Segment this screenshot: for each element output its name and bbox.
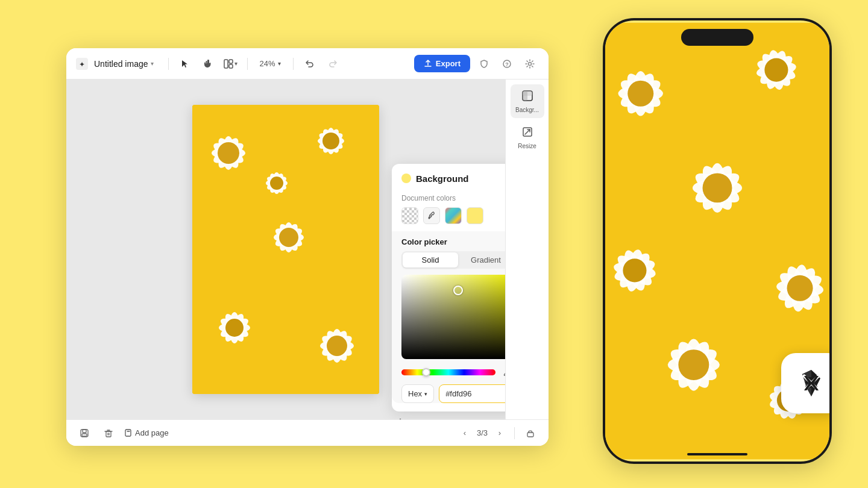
export-icon	[424, 60, 432, 68]
cursor-icon-svg	[398, 417, 417, 419]
phone-mockup	[603, 18, 832, 464]
pan-tool-button[interactable]	[199, 55, 217, 73]
yellow-swatch[interactable]	[467, 207, 483, 224]
svg-rect-3	[229, 60, 233, 63]
eyedropper-icon	[427, 211, 436, 220]
add-page-button[interactable]: Add page	[124, 428, 169, 437]
trash-icon	[104, 429, 113, 437]
layout-tool-button[interactable]: ▾	[222, 55, 240, 73]
panel-header: Background ✕	[392, 164, 505, 192]
background-panel: Background ✕ Document colors	[392, 164, 505, 411]
svg-point-23	[322, 133, 339, 149]
zoom-control[interactable]: 24% ▾	[255, 57, 286, 70]
solid-gradient-tabs: Solid Gradient	[401, 251, 505, 269]
hue-slider-row	[401, 365, 505, 380]
undo-button[interactable]	[301, 55, 319, 73]
app-logo-icon: ✦	[76, 58, 88, 70]
redo-button[interactable]	[324, 55, 342, 73]
canvas-flowers-svg	[192, 105, 379, 394]
svg-point-112	[678, 349, 709, 380]
hex-input-row: Hex ▾	[401, 384, 505, 403]
bottom-bar: Add page ‹ 3/3 ›	[66, 419, 549, 446]
help-icon: ?	[502, 59, 512, 69]
svg-rect-2	[224, 60, 228, 68]
lock-button[interactable]	[522, 425, 539, 442]
save-button[interactable]	[76, 425, 93, 442]
svg-point-105	[787, 275, 813, 301]
sidebar-item-resize-label: Resize	[518, 143, 536, 149]
undo-icon	[305, 59, 315, 69]
svg-point-44	[327, 336, 347, 356]
save-icon	[80, 429, 89, 437]
svg-rect-61	[82, 434, 87, 436]
hue-slider[interactable]	[401, 369, 495, 375]
eyedropper-swatch[interactable]	[423, 207, 440, 224]
right-sidebar: Backgr... Resize	[505, 80, 549, 419]
svg-point-84	[764, 58, 788, 82]
svg-point-77	[627, 81, 653, 107]
canvas-area[interactable]: Background ✕ Document colors	[66, 80, 505, 419]
color-gradient-box[interactable]	[401, 275, 505, 359]
svg-rect-4	[229, 64, 233, 68]
prev-page-button[interactable]: ‹	[458, 426, 472, 440]
toolbar: ✦ Untitled image ▾ ▾	[66, 48, 549, 80]
page-divider	[514, 427, 515, 439]
page-indicator: 3/3	[477, 428, 488, 437]
svg-point-16	[218, 142, 239, 164]
svg-rect-62	[106, 431, 111, 437]
svg-point-7	[529, 62, 532, 65]
svg-rect-60	[83, 430, 86, 433]
panel-close-button[interactable]: ✕	[503, 172, 505, 184]
gradient-swatch[interactable]	[445, 207, 462, 224]
svg-point-37	[225, 319, 244, 337]
svg-text:✦: ✦	[79, 60, 85, 69]
delete-button[interactable]	[100, 425, 117, 442]
hex-chevron: ▾	[424, 391, 427, 397]
hex-input[interactable]	[439, 384, 505, 403]
panel-color-dot	[401, 174, 411, 183]
editor-window: ✦ Untitled image ▾ ▾	[66, 48, 549, 446]
lock-icon	[526, 429, 535, 437]
transparent-swatch[interactable]	[401, 207, 418, 224]
svg-text:?: ?	[505, 61, 509, 67]
sidebar-item-background-label: Backgr...	[515, 107, 539, 113]
svg-point-98	[623, 258, 646, 282]
redo-icon	[328, 59, 338, 69]
export-button[interactable]: Export	[414, 55, 470, 72]
shield-button[interactable]	[475, 55, 493, 73]
toolbar-divider-2	[247, 58, 248, 70]
sidebar-item-resize[interactable]: Resize	[511, 120, 544, 154]
hue-eyedropper-button[interactable]	[500, 365, 505, 380]
svg-point-30	[279, 228, 298, 247]
document-title[interactable]: Untitled image ▾	[94, 59, 154, 69]
svg-point-51	[270, 177, 283, 190]
bg-icon-svg	[521, 90, 533, 102]
toolbar-divider-1	[168, 58, 169, 70]
doc-colors-row	[392, 207, 505, 231]
svg-point-91	[703, 173, 732, 202]
select-tool-button[interactable]	[176, 55, 194, 73]
hue-thumb	[422, 368, 430, 377]
hex-select[interactable]: Hex ▾	[401, 384, 434, 403]
svg-rect-69	[527, 433, 533, 437]
color-picker-label: Color picker	[392, 231, 505, 251]
solid-tab[interactable]: Solid	[403, 252, 458, 267]
title-chevron: ▾	[151, 60, 154, 67]
app-icon	[781, 353, 832, 413]
zoom-chevron: ▾	[278, 60, 281, 67]
hand-icon	[203, 59, 213, 69]
resize-tool-icon	[521, 126, 533, 141]
cursor-icon	[180, 59, 190, 69]
sidebar-item-background[interactable]: Backgr...	[511, 84, 544, 118]
app-logo-svg	[793, 365, 829, 401]
layout-chevron: ▾	[234, 60, 237, 67]
cursor-arrow	[398, 417, 417, 419]
help-button[interactable]: ?	[498, 55, 516, 73]
next-page-button[interactable]: ›	[492, 426, 507, 440]
settings-icon	[525, 59, 535, 69]
eyedropper-tool-icon	[503, 368, 505, 377]
settings-button[interactable]	[521, 55, 539, 73]
gradient-tab[interactable]: Gradient	[458, 252, 505, 267]
svg-rect-67	[125, 430, 131, 436]
doc-colors-label: Document colors	[392, 192, 505, 207]
